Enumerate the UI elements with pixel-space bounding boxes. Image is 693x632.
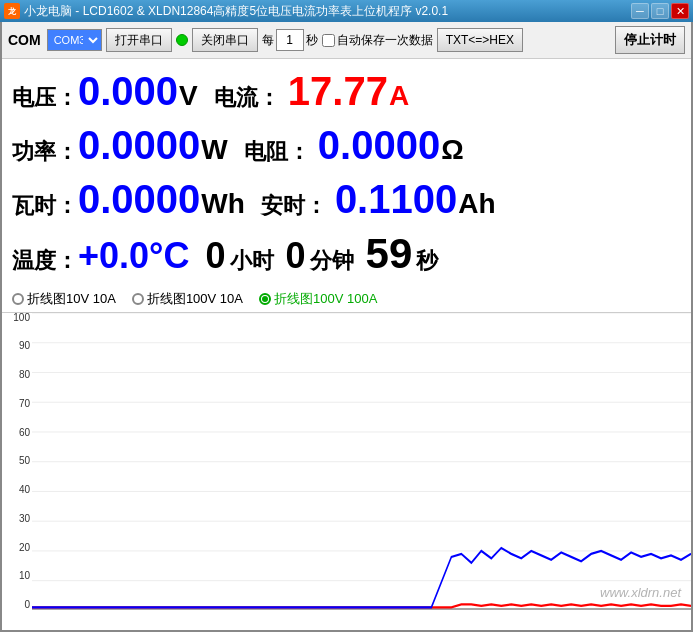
measurements: 电压： 0.000 V 电流： 17.77 A 功率： 0.0000 W 电阻：… [2, 59, 691, 288]
minimize-button[interactable]: ─ [631, 3, 649, 19]
sec-label: 秒 [416, 247, 438, 276]
title-text: 小龙电脑 - LCD1602 & XLDN12864高精度5位电压电流功率表上位… [24, 3, 448, 20]
wh-label: 瓦时： [12, 192, 78, 221]
resistance-unit: Ω [441, 132, 463, 168]
chart-option-2[interactable]: 折线图100V 10A [132, 290, 243, 308]
wh-unit: Wh [201, 186, 245, 222]
current-value: 17.77 [288, 65, 388, 117]
main-window: COM COM3 打开串口 关闭串口 每 秒 自动保存一次数据 TXT<=>HE… [0, 22, 693, 632]
ah-unit: Ah [458, 186, 495, 222]
chart-options: 折线图10V 10A 折线图100V 10A 折线图100V 100A [2, 288, 691, 312]
chart-container: 0 10 20 30 40 50 60 70 80 90 100 [2, 312, 691, 630]
y-label-100: 100 [4, 313, 30, 323]
sec-value: 59 [366, 227, 413, 282]
maximize-button[interactable]: □ [651, 3, 669, 19]
y-label-20: 20 [4, 543, 30, 553]
chart-option-1-label: 折线图10V 10A [27, 290, 116, 308]
hour-label: 小时 [230, 247, 274, 276]
voltage-label: 电压： [12, 84, 78, 113]
autosave-checkbox[interactable] [322, 34, 335, 47]
open-port-button[interactable]: 打开串口 [106, 28, 172, 52]
every-label: 每 [262, 32, 274, 49]
watermark: www.xldrn.net [600, 585, 681, 600]
status-indicator [176, 34, 188, 46]
ah-value: 0.1100 [335, 173, 457, 225]
close-button[interactable]: ✕ [671, 3, 689, 19]
wh-ah-row: 瓦时： 0.0000 Wh 安时： 0.1100 Ah [12, 173, 681, 225]
ah-label: 安时： [261, 192, 327, 221]
chart-svg [32, 313, 691, 610]
autosave-label: 自动保存一次数据 [337, 32, 433, 49]
radio-1[interactable] [12, 293, 24, 305]
autosave-group[interactable]: 自动保存一次数据 [322, 32, 433, 49]
resistance-value: 0.0000 [318, 119, 440, 171]
power-label: 功率： [12, 138, 78, 167]
close-port-button[interactable]: 关闭串口 [192, 28, 258, 52]
min-value: 0 [286, 233, 306, 280]
title-controls: ─ □ ✕ [631, 3, 689, 19]
chart-option-3[interactable]: 折线图100V 100A [259, 290, 377, 308]
power-resistance-row: 功率： 0.0000 W 电阻： 0.0000 Ω [12, 119, 681, 171]
radio-3[interactable] [259, 293, 271, 305]
y-label-60: 60 [4, 428, 30, 438]
temp-time-row: 温度： +0.0°C 0 小时 0 分钟 59 秒 [12, 227, 681, 282]
chart-option-2-label: 折线图100V 10A [147, 290, 243, 308]
hour-value: 0 [205, 233, 225, 280]
y-label-50: 50 [4, 456, 30, 466]
voltage-value: 0.000 [78, 65, 178, 117]
sec-label: 秒 [306, 32, 318, 49]
title-bar: 龙 小龙电脑 - LCD1602 & XLDN12864高精度5位电压电流功率表… [0, 0, 693, 22]
voltage-unit: V [179, 78, 198, 114]
toolbar: COM COM3 打开串口 关闭串口 每 秒 自动保存一次数据 TXT<=>HE… [2, 22, 691, 59]
y-label-80: 80 [4, 370, 30, 380]
temp-label: 温度： [12, 247, 78, 276]
radio-2[interactable] [132, 293, 144, 305]
voltage-current-row: 电压： 0.000 V 电流： 17.77 A [12, 65, 681, 117]
com-label: COM [8, 32, 41, 48]
power-unit: W [201, 132, 227, 168]
chart-option-3-label: 折线图100V 100A [274, 290, 377, 308]
y-label-10: 10 [4, 571, 30, 581]
convert-button[interactable]: TXT<=>HEX [437, 28, 523, 52]
current-unit: A [389, 78, 409, 114]
y-label-70: 70 [4, 399, 30, 409]
stop-button[interactable]: 停止计时 [615, 26, 685, 54]
temp-value: +0.0°C [78, 233, 189, 280]
interval-group: 每 秒 [262, 29, 318, 51]
current-label: 电流： [214, 84, 280, 113]
chart-y-axis: 0 10 20 30 40 50 60 70 80 90 100 [2, 313, 32, 610]
com-select[interactable]: COM3 [47, 29, 102, 51]
title-bar-left: 龙 小龙电脑 - LCD1602 & XLDN12864高精度5位电压电流功率表… [4, 3, 448, 20]
resistance-label: 电阻： [244, 138, 310, 167]
app-icon: 龙 [4, 3, 20, 19]
y-label-0: 0 [4, 600, 30, 610]
power-value: 0.0000 [78, 119, 200, 171]
wh-value: 0.0000 [78, 173, 200, 225]
y-label-90: 90 [4, 341, 30, 351]
min-label: 分钟 [310, 247, 354, 276]
y-label-40: 40 [4, 485, 30, 495]
chart-area [32, 313, 691, 610]
chart-option-1[interactable]: 折线图10V 10A [12, 290, 116, 308]
y-label-30: 30 [4, 514, 30, 524]
interval-input[interactable] [276, 29, 304, 51]
